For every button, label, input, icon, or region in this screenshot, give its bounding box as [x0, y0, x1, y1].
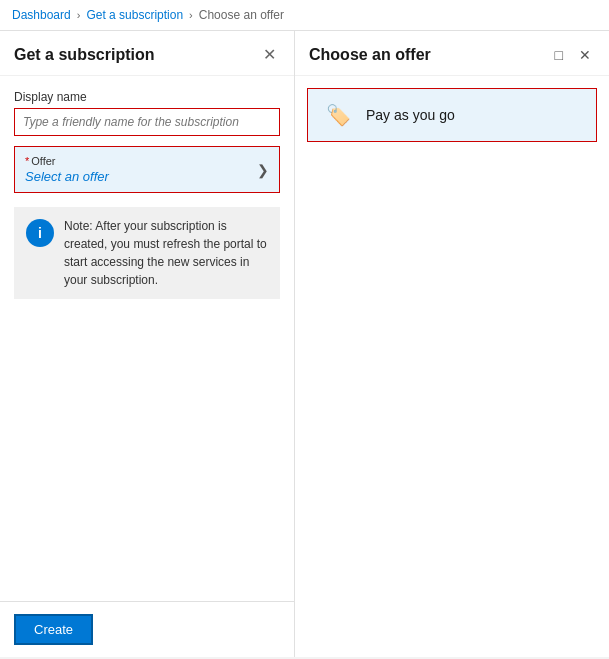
offer-tag-icon: 🏷️: [322, 99, 354, 131]
chevron-right-icon: ❯: [257, 162, 269, 178]
right-panel-header: Choose an offer □ ✕: [295, 31, 609, 76]
info-text: Note: After your subscription is created…: [64, 217, 268, 289]
right-panel-title: Choose an offer: [309, 46, 431, 64]
breadcrumb-sep-1: ›: [77, 9, 81, 21]
right-panel-close-button[interactable]: ✕: [575, 45, 595, 65]
left-panel: Get a subscription ✕ Display name *Offer…: [0, 31, 295, 657]
create-button-wrap: Create: [0, 601, 294, 657]
offer-name: Pay as you go: [366, 107, 455, 123]
offer-selector-left: *Offer Select an offer: [25, 155, 109, 184]
left-panel-header: Get a subscription ✕: [0, 31, 294, 76]
info-icon: i: [26, 219, 54, 247]
right-panel-actions: □ ✕: [551, 45, 595, 65]
breadcrumb-current: Choose an offer: [199, 8, 284, 22]
display-name-input[interactable]: [14, 108, 280, 136]
display-name-label: Display name: [14, 90, 280, 104]
offer-label: *Offer: [25, 155, 109, 167]
main-content: Get a subscription ✕ Display name *Offer…: [0, 31, 609, 657]
offer-required-star: *: [25, 155, 29, 167]
right-panel: Choose an offer □ ✕ 🏷️ Pay as you go: [295, 31, 609, 657]
breadcrumb: Dashboard › Get a subscription › Choose …: [0, 0, 609, 31]
maximize-button[interactable]: □: [551, 45, 567, 65]
offer-selector[interactable]: *Offer Select an offer ❯: [14, 146, 280, 193]
create-button[interactable]: Create: [14, 614, 93, 645]
offer-value: Select an offer: [25, 169, 109, 184]
breadcrumb-sep-2: ›: [189, 9, 193, 21]
left-panel-title: Get a subscription: [14, 46, 154, 64]
breadcrumb-dashboard[interactable]: Dashboard: [12, 8, 71, 22]
info-note: i Note: After your subscription is creat…: [14, 207, 280, 299]
form-section: Display name *Offer Select an offer ❯ i …: [0, 76, 294, 601]
offer-list: 🏷️ Pay as you go: [295, 76, 609, 154]
offer-item-pay-as-you-go[interactable]: 🏷️ Pay as you go: [307, 88, 597, 142]
breadcrumb-get-subscription[interactable]: Get a subscription: [86, 8, 183, 22]
left-panel-close-button[interactable]: ✕: [259, 45, 280, 65]
display-name-field-group: Display name: [14, 90, 280, 136]
